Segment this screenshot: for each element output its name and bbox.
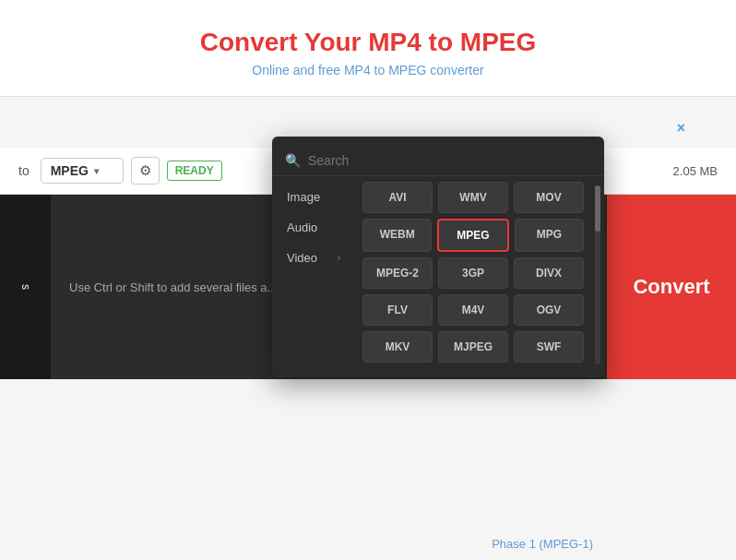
- category-item-video[interactable]: Video ›: [276, 243, 351, 273]
- category-item-audio[interactable]: Audio: [276, 212, 351, 243]
- format-btn-m4v[interactable]: M4V: [438, 294, 508, 326]
- header: Convert Your MP4 to MPEG Online and free…: [0, 0, 736, 97]
- format-btn-ogv[interactable]: OGV: [514, 294, 584, 326]
- format-row-4: FLV M4V OGV: [362, 294, 584, 326]
- instruction-text: Use Ctrl or Shift to add several files a…: [69, 280, 277, 294]
- format-btn-mpeg[interactable]: MPEG: [437, 219, 508, 252]
- format-dropdown-value: MPEG: [51, 163, 89, 178]
- format-row-2: WEBM MPEG MPG: [362, 219, 584, 252]
- page-subtitle: Online and free MP4 to MPEG converter: [18, 63, 718, 77]
- file-size: 2.05 MB: [673, 164, 718, 178]
- search-input[interactable]: [308, 153, 591, 168]
- format-dropdown-panel: 🔍 Image Audio Video › AVI WMV MOV WEBM: [272, 137, 604, 377]
- dropdown-body: Image Audio Video › AVI WMV MOV WEBM MPE…: [272, 182, 604, 368]
- page-title: Convert Your MP4 to MPEG: [18, 28, 718, 57]
- format-btn-webm[interactable]: WEBM: [362, 219, 432, 252]
- left-panel: s: [0, 195, 51, 379]
- format-btn-mjpeg[interactable]: MJPEG: [438, 331, 508, 363]
- category-list: Image Audio Video ›: [272, 182, 355, 368]
- scrollbar-track: [595, 185, 600, 364]
- phase-label: Phase 1 (MPEG-1): [492, 537, 593, 551]
- ready-badge: READY: [167, 161, 222, 181]
- category-item-image[interactable]: Image: [276, 182, 351, 212]
- category-video-label: Video: [287, 251, 317, 265]
- format-row-5: MKV MJPEG SWF: [362, 331, 584, 363]
- format-dropdown[interactable]: MPEG ▾: [41, 158, 124, 184]
- format-btn-mkv[interactable]: MKV: [362, 331, 433, 363]
- format-btn-3gp[interactable]: 3GP: [438, 257, 508, 289]
- chevron-down-icon: ▾: [94, 166, 99, 176]
- search-icon: 🔍: [285, 153, 301, 168]
- format-btn-mpg[interactable]: MPG: [515, 219, 584, 252]
- format-btn-swf[interactable]: SWF: [514, 331, 584, 363]
- convert-button[interactable]: Convert: [607, 195, 736, 379]
- to-label: to: [18, 163, 30, 178]
- format-row-3: MPEG-2 3GP DIVX: [362, 257, 584, 289]
- category-image-label: Image: [287, 190, 320, 204]
- search-row: 🔍: [272, 146, 604, 176]
- format-btn-mov[interactable]: MOV: [514, 182, 584, 213]
- category-audio-label: Audio: [287, 220, 317, 234]
- format-btn-flv[interactable]: FLV: [362, 294, 433, 326]
- format-btn-divx[interactable]: DIVX: [514, 257, 584, 289]
- left-panel-label: s: [19, 284, 32, 290]
- close-icon[interactable]: ×: [677, 120, 685, 137]
- scrollbar-thumb[interactable]: [595, 185, 600, 232]
- format-grid: AVI WMV MOV WEBM MPEG MPG MPEG-2 3GP DIV…: [355, 182, 591, 368]
- format-row-1: AVI WMV MOV: [362, 182, 584, 213]
- chevron-right-icon: ›: [338, 253, 340, 263]
- format-btn-avi[interactable]: AVI: [362, 182, 433, 213]
- settings-button[interactable]: ⚙: [131, 157, 160, 185]
- format-btn-wmv[interactable]: WMV: [438, 182, 508, 213]
- format-btn-mpeg2[interactable]: MPEG-2: [362, 257, 433, 289]
